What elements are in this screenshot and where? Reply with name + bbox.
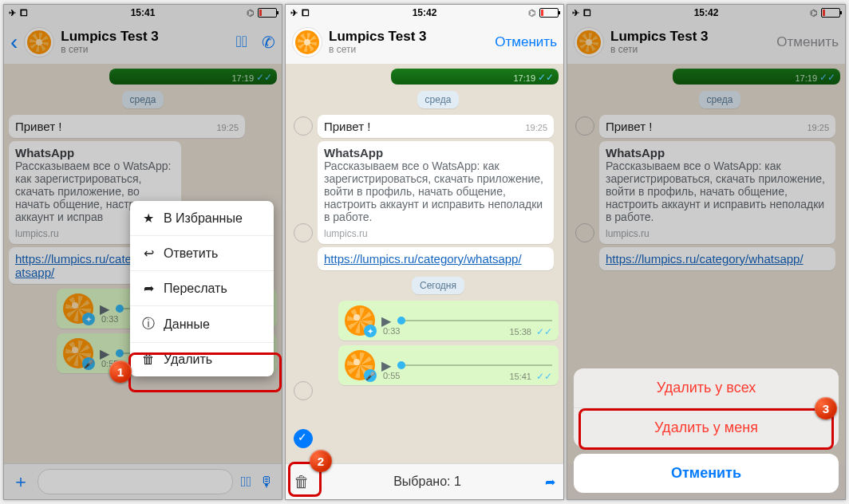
voice-duration: 0:55 [383, 371, 400, 382]
trash-icon[interactable]: 🗑 [294, 473, 310, 491]
header-title-block[interactable]: Lumpics Test 3 в сети [329, 30, 488, 55]
avatar[interactable] [292, 27, 322, 57]
orange-icon [295, 30, 319, 54]
mic-icon: ✦ [364, 325, 377, 337]
ctx-favorite[interactable]: ★В Избранные [130, 201, 274, 236]
preview-source: lumpics.ru [324, 228, 547, 239]
forward-icon: ➦ [141, 281, 156, 296]
read-ticks-icon: ✓✓ [536, 326, 552, 337]
msg-link-preview[interactable]: WhatsApp Рассказываем все о WatsApp: как… [318, 141, 554, 244]
voice-time: 15:41 [509, 372, 531, 381]
read-ticks-icon: ✓✓ [536, 371, 552, 382]
airplane-icon: ✈ [290, 8, 298, 18]
battery-icon [539, 8, 559, 18]
cancel-button[interactable]: Отменить [495, 34, 557, 50]
audio-track[interactable] [397, 320, 552, 321]
ctx-label: Данные [164, 317, 210, 332]
select-circle[interactable] [294, 381, 313, 400]
preview-desc: Рассказываем все о WatsApp: как зарегист… [324, 159, 547, 223]
preview-title: WhatsApp [324, 146, 547, 159]
select-circle[interactable] [294, 116, 313, 136]
select-circle-checked[interactable] [294, 429, 313, 448]
day-badge-today: Сегодня [412, 277, 464, 294]
screen-2: ✈⧠ 15:42 ⌬ Lumpics Test 3 в сети Отменит… [285, 4, 564, 500]
ctx-label: Переслать [164, 282, 227, 296]
link-url[interactable]: https://lumpics.ru/category/whatsapp/ [324, 252, 522, 266]
sent-image-msg[interactable]: 17:19✓✓ [391, 69, 559, 85]
chat-header: Lumpics Test 3 в сети Отменить [286, 21, 563, 65]
msg-time: 17:19 [513, 73, 535, 83]
ctx-label: В Избранные [164, 211, 243, 226]
read-ticks-icon: ✓✓ [538, 72, 554, 83]
screen-1: ✈⧠ 15:41 ⌬ ‹ Lumpics Test 3 в сети ▢⃞ ✆ … [3, 4, 282, 500]
action-sheet: Удалить у всех Удалить у меня Отменить [574, 368, 839, 493]
msg-hello[interactable]: Привет ! 19:25 [318, 115, 554, 138]
ctx-delete[interactable]: 🗑Удалить [130, 343, 274, 376]
context-menu: ★В Избранные ↩Ответить ➦Переслать ⓘДанны… [130, 201, 274, 376]
day-badge: среда [417, 91, 460, 108]
voice-msg-2[interactable]: 🎤 ▶ 0:5515:41 ✓✓ [338, 345, 559, 385]
bluetooth-icon: ⌬ [528, 8, 536, 18]
selected-count: Выбрано: 1 [321, 474, 534, 489]
delete-for-everyone-button[interactable]: Удалить у всех [574, 368, 839, 408]
status-time: 15:42 [413, 7, 437, 18]
ctx-label: Удалить [164, 352, 212, 367]
ctx-forward[interactable]: ➦Переслать [130, 271, 274, 306]
ctx-reply[interactable]: ↩Ответить [130, 236, 274, 271]
annotation-2: 2 [310, 450, 332, 472]
forward-icon[interactable]: ➦ [545, 474, 555, 490]
reply-icon: ↩ [141, 246, 156, 261]
wifi-icon: ⧠ [301, 8, 310, 18]
sheet-cancel-button[interactable]: Отменить [574, 454, 839, 493]
contact-name: Lumpics Test 3 [329, 30, 488, 45]
ctx-label: Ответить [164, 246, 218, 261]
msg-link[interactable]: https://lumpics.ru/category/whatsapp/ [318, 247, 554, 270]
mic-icon: 🎤 [364, 369, 377, 382]
msg-time: 19:25 [525, 123, 547, 132]
info-icon: ⓘ [141, 316, 156, 333]
status-bar: ✈⧠ 15:42 ⌬ [286, 5, 563, 21]
voice-duration: 0:33 [383, 326, 400, 337]
screen-3: ✈⧠ 15:42 ⌬ Lumpics Test 3 в сети Отменит… [567, 4, 846, 500]
annotation-3: 3 [815, 397, 837, 419]
delete-for-me-button[interactable]: Удалить у меня [574, 408, 839, 447]
star-icon: ★ [141, 211, 156, 226]
select-circle[interactable] [294, 223, 313, 242]
audio-track[interactable] [397, 364, 552, 366]
voice-time: 15:38 [509, 327, 531, 337]
ctx-info[interactable]: ⓘДанные [130, 306, 274, 343]
annotation-1: 1 [109, 360, 132, 383]
msg-text: Привет ! [324, 120, 370, 133]
trash-icon: 🗑 [141, 352, 156, 367]
chat-body[interactable]: 17:19✓✓ среда Привет ! 19:25 WhatsApp Ра… [286, 64, 563, 464]
voice-msg-1[interactable]: ✦ ▶ 0:3315:38 ✓✓ [338, 301, 559, 341]
contact-status: в сети [329, 45, 488, 55]
